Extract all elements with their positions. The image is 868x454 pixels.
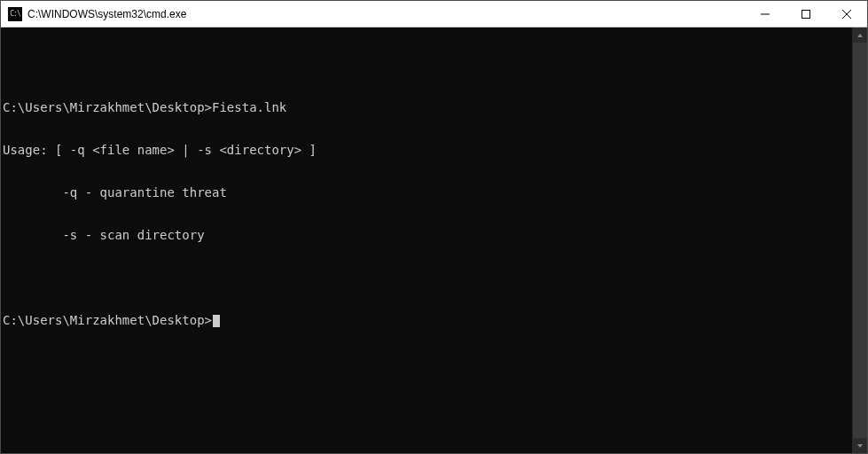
window-controls bbox=[745, 1, 867, 27]
svg-marker-5 bbox=[857, 444, 863, 448]
terminal-output[interactable]: C:\Users\Mirzakhmet\Desktop>Fiesta.lnk U… bbox=[1, 27, 852, 453]
close-button[interactable] bbox=[826, 1, 867, 27]
chevron-down-icon bbox=[856, 442, 864, 450]
terminal-prompt-line: C:\Users\Mirzakhmet\Desktop> bbox=[3, 313, 848, 327]
terminal-line bbox=[3, 270, 848, 285]
terminal-prompt: C:\Users\Mirzakhmet\Desktop> bbox=[3, 313, 212, 327]
scrollbar-track[interactable] bbox=[853, 43, 867, 438]
scrollbar-thumb[interactable] bbox=[853, 43, 867, 438]
cmd-window: C:\ C:\WINDOWS\system32\cmd.exe C:\Users… bbox=[0, 0, 868, 454]
terminal-line: -s - scan directory bbox=[3, 228, 848, 242]
titlebar[interactable]: C:\ C:\WINDOWS\system32\cmd.exe bbox=[1, 1, 867, 27]
terminal-line bbox=[3, 58, 848, 72]
scroll-down-button[interactable] bbox=[853, 438, 867, 453]
window-title: C:\WINDOWS\system32\cmd.exe bbox=[27, 8, 745, 20]
scroll-up-button[interactable] bbox=[853, 27, 867, 43]
minimize-icon bbox=[761, 10, 770, 19]
maximize-button[interactable] bbox=[786, 1, 826, 27]
svg-rect-1 bbox=[802, 10, 810, 18]
client-area: C:\Users\Mirzakhmet\Desktop>Fiesta.lnk U… bbox=[1, 27, 867, 453]
vertical-scrollbar[interactable] bbox=[852, 27, 867, 453]
terminal-line: Usage: [ -q <file name> | -s <directory>… bbox=[3, 143, 848, 157]
minimize-button[interactable] bbox=[745, 1, 786, 27]
close-icon bbox=[842, 10, 851, 19]
cmd-icon: C:\ bbox=[8, 7, 22, 21]
svg-marker-4 bbox=[857, 34, 863, 37]
terminal-line: -q - quarantine threat bbox=[3, 185, 848, 200]
cursor bbox=[213, 315, 220, 327]
terminal-line: C:\Users\Mirzakhmet\Desktop>Fiesta.lnk bbox=[3, 100, 848, 114]
maximize-icon bbox=[802, 10, 810, 19]
chevron-up-icon bbox=[856, 32, 864, 39]
